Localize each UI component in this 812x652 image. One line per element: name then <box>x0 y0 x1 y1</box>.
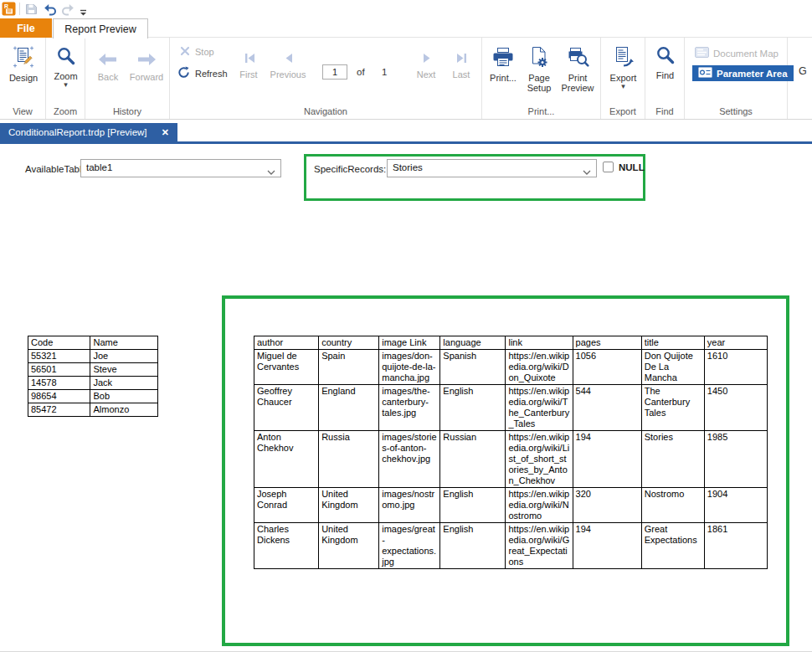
table-cell: United Kingdom <box>319 488 379 523</box>
column-header: author <box>254 336 319 350</box>
table-cell: https://en.wikipedia.org/wiki/The_Canter… <box>506 385 573 431</box>
table-cell: Nostromo <box>641 488 704 523</box>
table: CodeName55321Joe56501Steve14578Jack98654… <box>28 336 158 417</box>
document-map-button[interactable]: Document Map <box>695 47 779 59</box>
column-header: country <box>319 336 379 350</box>
print-button[interactable]: Print... <box>485 44 522 83</box>
last-page-button[interactable]: Last <box>445 49 478 80</box>
table-cell: Anton Chekhov <box>254 431 319 488</box>
redo-icon[interactable] <box>61 3 75 19</box>
specific-records-dropdown[interactable]: Stories <box>387 159 597 177</box>
quick-access-toolbar: R <box>0 0 812 18</box>
page-setup-button[interactable]: Page Setup <box>522 44 557 93</box>
group-find: Find Find <box>645 38 685 119</box>
document-map-icon <box>695 47 709 59</box>
last-page-label: Last <box>445 69 478 80</box>
group-export: Export ▾ Export <box>601 38 645 119</box>
first-page-button[interactable]: First <box>232 49 265 80</box>
null-checkbox-label: NULL <box>619 162 645 172</box>
previous-page-label: Previous <box>265 69 311 80</box>
parameter-area: AvailableTable: table1 SpecificRecords: … <box>0 144 812 213</box>
column-header: title <box>641 336 704 350</box>
table-cell: Great Expectations <box>641 523 704 569</box>
group-label-print: Print... <box>482 106 600 116</box>
zoom-dropdown-caret-icon: ▾ <box>50 81 81 88</box>
table-cell: 1450 <box>704 385 767 431</box>
chevron-down-icon <box>267 167 275 177</box>
previous-page-icon <box>265 49 311 67</box>
group-settings: Document Map Parameter Area Settings <box>685 38 788 119</box>
next-page-icon <box>409 49 443 67</box>
next-page-label: Next <box>409 69 443 80</box>
refresh-label: Refresh <box>195 69 228 79</box>
specific-records-label: SpecificRecords: <box>314 164 386 174</box>
group-label-navigation: Navigation <box>170 106 481 116</box>
books-table: authorcountryimage Linklanguagelinkpages… <box>254 336 768 569</box>
parameter-area-button[interactable]: Parameter Area <box>692 65 794 81</box>
column-header: Name <box>90 336 158 350</box>
available-table-value: table1 <box>86 162 112 172</box>
forward-label: Forward <box>126 72 167 82</box>
first-page-icon <box>232 49 265 67</box>
table-row: 98654Bob <box>28 390 158 403</box>
group-clipped: G <box>788 38 812 119</box>
group-print: Print... Page Setup Print Preview Print.… <box>482 38 601 119</box>
null-checkbox[interactable] <box>603 162 614 172</box>
forward-button[interactable]: Forward <box>126 49 167 82</box>
column-header: image Link <box>379 336 440 350</box>
table-cell: 1861 <box>704 523 767 569</box>
print-preview-button[interactable]: Print Preview <box>557 44 599 93</box>
table-row: 55321Joe <box>28 350 158 363</box>
page-number-input[interactable] <box>322 64 347 80</box>
table-cell: Almonzo <box>90 403 158 417</box>
zoom-button[interactable]: Zoom ▾ <box>50 45 81 88</box>
table-cell: Jack <box>90 377 158 390</box>
close-icon[interactable]: ✕ <box>162 127 169 138</box>
table-cell: Bob <box>90 390 158 403</box>
table-cell: English <box>440 488 506 523</box>
table-cell: Russia <box>319 431 379 488</box>
back-label: Back <box>90 72 126 82</box>
previous-page-button[interactable]: Previous <box>265 49 311 80</box>
tab-file[interactable]: File <box>0 18 52 38</box>
table-cell: Steve <box>90 363 158 377</box>
table-cell: images/the-canterbury-tales.jpg <box>379 385 440 431</box>
document-tab[interactable]: ConditionalReport.trdp [Preview] ✕ <box>0 123 177 141</box>
table-cell: England <box>319 385 379 431</box>
column-header: language <box>440 336 506 350</box>
document-map-label: Document Map <box>713 49 779 59</box>
stop-button[interactable]: Stop <box>180 46 214 58</box>
undo-icon[interactable] <box>43 3 57 19</box>
table-cell: Spain <box>319 350 379 385</box>
zoom-icon <box>50 45 81 69</box>
save-icon[interactable] <box>25 3 38 18</box>
find-icon <box>649 44 681 68</box>
table-cell: 56501 <box>28 363 90 377</box>
back-button[interactable]: Back <box>90 49 126 82</box>
table-cell: Joseph Conrad <box>254 488 319 523</box>
find-button[interactable]: Find <box>649 44 681 80</box>
group-history: Back Forward History <box>85 38 170 119</box>
export-button[interactable]: Export ▾ <box>604 44 642 90</box>
export-dropdown-caret-icon: ▾ <box>604 83 642 90</box>
design-button[interactable]: Design <box>6 44 41 83</box>
table-row: Geoffrey ChaucerEnglandimages/the-canter… <box>254 385 768 431</box>
refresh-button[interactable]: Refresh <box>177 66 228 80</box>
table-row: Miguel de CervantesSpainimages/don-quijo… <box>254 350 768 385</box>
document-tab-strip: ConditionalReport.trdp [Preview] ✕ <box>0 123 812 144</box>
group-label-view: View <box>0 106 45 116</box>
table-cell: Charles Dickens <box>254 523 319 569</box>
available-table-dropdown[interactable]: table1 <box>80 159 281 177</box>
table-cell: English <box>440 523 506 569</box>
table-row: Joseph ConradUnited Kingdomimages/nostro… <box>254 488 768 523</box>
table-cell: images/nostromo.jpg <box>379 488 440 523</box>
table-cell: 544 <box>573 385 641 431</box>
stop-label: Stop <box>195 47 214 57</box>
table-cell: English <box>440 385 506 431</box>
table-cell: Joe <box>90 350 158 363</box>
app-logo-icon: R <box>2 2 16 19</box>
ribbon: Design View Zoom ▾ Zoom Back <box>0 38 812 120</box>
next-page-button[interactable]: Next <box>409 49 443 80</box>
forward-icon <box>126 49 167 69</box>
tab-report-preview[interactable]: Report Preview <box>53 18 148 39</box>
